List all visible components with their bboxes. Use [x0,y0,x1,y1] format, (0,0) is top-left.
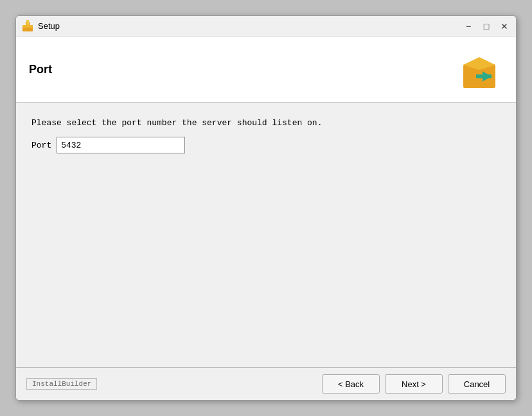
svg-rect-1 [22,25,33,28]
app-icon [21,20,34,33]
maximize-button[interactable]: □ [480,20,493,33]
setup-window: Setup − □ ✕ Port Please select the port … [15,15,517,401]
port-row: Port [31,137,501,153]
footer-buttons: < Back Next > Cancel [322,374,506,394]
window-title: Setup [38,21,462,31]
port-label: Port [31,141,51,150]
footer: InstallBuilder < Back Next > Cancel [16,367,516,400]
page-title: Port [29,63,52,76]
instruction-text: Please select the port number the server… [31,118,501,128]
svg-rect-9 [476,74,492,78]
cancel-button[interactable]: Cancel [448,374,506,394]
content-area: Please select the port number the server… [16,103,516,367]
title-controls: − □ ✕ [462,20,511,33]
close-button[interactable]: ✕ [498,20,511,33]
header-area: Port [16,37,516,103]
next-button[interactable]: Next > [385,374,443,394]
back-button[interactable]: < Back [322,374,380,394]
minimize-button[interactable]: − [462,20,475,33]
header-box-icon [458,47,503,92]
brand-label: InstallBuilder [26,378,97,390]
title-bar: Setup − □ ✕ [16,16,516,37]
svg-rect-3 [26,20,29,25]
port-input[interactable] [57,137,185,153]
